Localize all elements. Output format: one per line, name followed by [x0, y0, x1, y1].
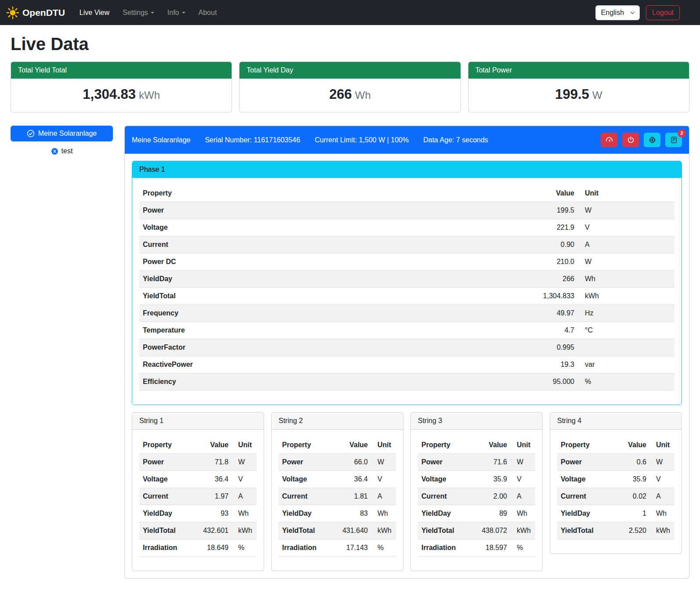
table-header-row: PropertyValueUnit [279, 437, 396, 454]
data-row-efficiency: Efficiency95.000% [139, 373, 675, 391]
cpu-icon [649, 136, 656, 144]
string-card-string-3: String 3PropertyValueUnitPower71.6WVolta… [410, 412, 543, 571]
property-unit: kWh [371, 522, 396, 539]
property-unit: W [371, 454, 396, 471]
current-limit: Current Limit: 1,500 W | 100% [315, 136, 409, 144]
property-name: Power [139, 202, 402, 219]
property-value: 438.072 [470, 522, 511, 539]
property-value: 0.02 [614, 488, 650, 505]
limit-settings-button[interactable] [601, 133, 617, 147]
string-card-body: PropertyValueUnitPower71.8WVoltage36.4VC… [132, 430, 264, 571]
property-value: 17.143 [330, 539, 371, 557]
property-name: Voltage [139, 471, 191, 488]
property-unit: W [232, 454, 257, 471]
column-header-property: Property [139, 437, 191, 454]
nav-item-live-view[interactable]: Live View [73, 5, 116, 21]
property-value: 35.9 [470, 471, 511, 488]
property-value: 199.5 [402, 202, 578, 219]
string-card-string-4: String 4PropertyValueUnitPower0.6WVoltag… [550, 412, 682, 554]
property-unit: kWh [232, 522, 257, 539]
power-settings-button[interactable] [622, 133, 639, 147]
summary-card-value: 199.5 [555, 87, 589, 102]
property-unit: °C [578, 322, 675, 339]
property-name: YieldDay [139, 505, 191, 522]
property-name: Voltage [418, 471, 470, 488]
column-header-value: Value [402, 185, 578, 202]
property-name: ReactivePower [139, 356, 402, 373]
table-header-row: PropertyValueUnit [139, 185, 675, 202]
data-row-current: Current0.90A [139, 236, 675, 253]
column-header-property: Property [139, 185, 402, 202]
chevron-down-icon [631, 10, 635, 14]
phase-table: PropertyValueUnitPower199.5WVoltage221.9… [139, 185, 675, 391]
language-select[interactable]: English [595, 5, 640, 20]
data-row-current: Current1.97A [139, 488, 257, 505]
data-row-current: Current0.02A [557, 488, 675, 505]
property-unit: Wh [371, 505, 396, 522]
column-header-unit: Unit [650, 437, 675, 454]
inverter-name: Meine Solaranlage [132, 136, 190, 144]
phase-title: Phase 1 [132, 161, 682, 178]
property-value: 4.7 [402, 322, 578, 339]
column-header-value: Value [470, 437, 511, 454]
property-name: Power [279, 454, 330, 471]
column-header-unit: Unit [371, 437, 396, 454]
property-name: YieldDay [418, 505, 470, 522]
property-name: Current [139, 236, 402, 253]
property-name: YieldTotal [279, 522, 330, 539]
device-info-button[interactable] [644, 133, 660, 147]
sun-icon [6, 6, 19, 19]
data-row-voltage: Voltage35.9V [418, 471, 535, 488]
nav-item-label: Settings [123, 9, 148, 17]
summary-card-value: 266 [329, 87, 352, 102]
summary-card-value: 1,304.83 [83, 87, 136, 102]
inverter-actions: 2 [601, 133, 682, 147]
property-name: Current [139, 488, 191, 505]
data-row-temperature: Temperature4.7°C [139, 322, 675, 339]
page-container: Live Data Total Yield Total1,304.83kWhTo… [0, 34, 700, 592]
column-header-value: Value [614, 437, 650, 454]
logout-button[interactable]: Logout [646, 5, 680, 20]
column-header-unit: Unit [232, 437, 257, 454]
property-unit: var [578, 356, 675, 373]
property-name: Power DC [139, 253, 402, 271]
nav-item-label: Live View [80, 9, 109, 17]
table-header-row: PropertyValueUnit [557, 437, 675, 454]
property-value: 0.90 [402, 236, 578, 253]
nav-item-info[interactable]: Info [161, 5, 192, 21]
property-name: Current [418, 488, 470, 505]
summary-card-body: 266Wh [239, 79, 460, 112]
content-row: Meine Solaranlagetest Meine Solaranlage … [11, 126, 689, 579]
table-header-row: PropertyValueUnit [139, 437, 257, 454]
summary-card-unit: Wh [355, 89, 371, 101]
inverter-button-meine-solaranlage[interactable]: Meine Solaranlage [11, 126, 113, 141]
event-count-badge: 2 [678, 129, 686, 137]
property-unit: W [578, 202, 675, 219]
property-value: 2.520 [614, 522, 650, 539]
nav-item-settings[interactable]: Settings [116, 5, 161, 21]
property-name: Current [557, 488, 614, 505]
summary-card-total-power: Total Power199.5W [468, 62, 689, 112]
property-unit: Wh [578, 271, 675, 288]
inverter-button-test[interactable]: test [11, 147, 113, 155]
data-row-irradiation: Irradiation17.143% [279, 539, 396, 557]
nav-item-about[interactable]: About [192, 5, 224, 21]
inverter-panel: Meine Solaranlage Serial Number: 1161716… [124, 126, 689, 579]
data-row-current: Current2.00A [418, 488, 535, 505]
inverter-panel-body: Phase 1 PropertyValueUnitPower199.5WVolt… [125, 154, 689, 578]
property-unit: A [650, 488, 675, 505]
data-row-power: Power71.6W [418, 454, 535, 471]
property-name: Irradiation [279, 539, 330, 557]
property-name: YieldTotal [557, 522, 614, 539]
column-header-property: Property [279, 437, 330, 454]
brand[interactable]: OpenDTU [6, 6, 65, 19]
string-table: PropertyValueUnitPower71.8WVoltage36.4VC… [139, 437, 257, 557]
data-age: Data Age: 7 seconds [423, 136, 488, 144]
property-name: Power [418, 454, 470, 471]
property-name: YieldDay [557, 505, 614, 522]
property-value: 93 [191, 505, 232, 522]
property-unit: V [650, 471, 675, 488]
column-header-property: Property [418, 437, 470, 454]
column-header-property: Property [557, 437, 614, 454]
event-log-button[interactable]: 2 [665, 133, 682, 147]
